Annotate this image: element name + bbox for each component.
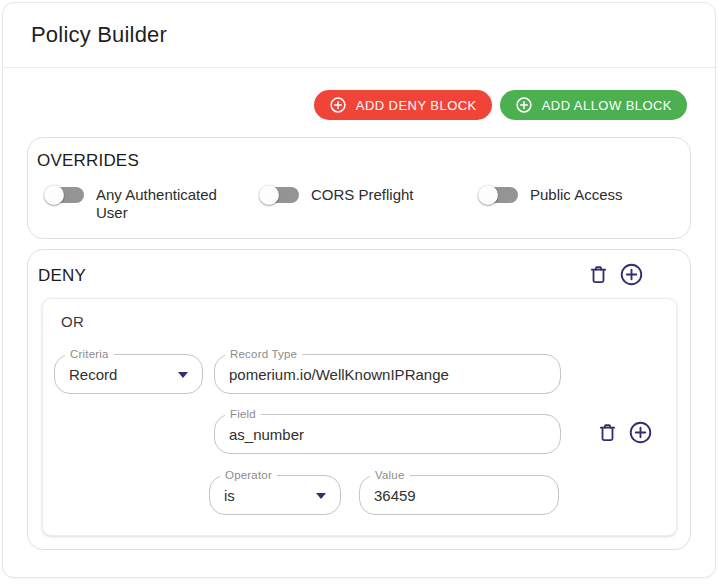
field-field-label: Field xyxy=(225,408,261,421)
group-operator-label: OR xyxy=(61,313,676,330)
operator-select[interactable]: Operator is xyxy=(209,475,341,515)
value-field: Value xyxy=(359,475,559,515)
field-input[interactable] xyxy=(215,426,560,443)
rule-row-field: Field xyxy=(214,414,653,454)
add-circle-icon xyxy=(515,96,533,114)
cors-preflight-switch[interactable] xyxy=(259,184,299,206)
trash-icon xyxy=(596,420,619,448)
record-type-input[interactable] xyxy=(215,366,560,383)
rule-row-criteria: Criteria Record Record Type xyxy=(54,354,676,394)
chevron-down-icon xyxy=(178,372,188,378)
toggle-cors-preflight: CORS Preflight xyxy=(259,184,478,206)
overrides-title: OVERRIDES xyxy=(37,151,674,171)
operator-field-label: Operator xyxy=(220,469,277,482)
toggle-any-authenticated-user: Any Authenticated User xyxy=(44,184,259,222)
add-circle-icon xyxy=(628,420,653,448)
record-type-field: Record Type xyxy=(214,354,561,394)
record-type-field-label: Record Type xyxy=(225,348,302,361)
value-field-label: Value xyxy=(370,469,410,482)
add-deny-block-button[interactable]: ADD DENY BLOCK xyxy=(314,90,492,120)
rule-actions xyxy=(596,420,653,448)
deny-block-header: DENY xyxy=(38,262,677,290)
any-authenticated-user-switch[interactable] xyxy=(44,184,84,206)
add-rule-button[interactable] xyxy=(628,420,653,448)
switch-thumb xyxy=(478,185,498,205)
criteria-select[interactable]: Criteria Record xyxy=(54,354,203,394)
page-title: Policy Builder xyxy=(31,22,167,48)
deny-block-section: DENY xyxy=(27,249,691,550)
add-deny-block-label: ADD DENY BLOCK xyxy=(356,98,477,113)
value-input[interactable] xyxy=(360,487,558,504)
toggle-label: CORS Preflight xyxy=(311,184,414,204)
add-rule-group-button[interactable] xyxy=(619,262,644,290)
add-circle-icon xyxy=(619,262,644,290)
policy-builder-panel: Policy Builder ADD DENY BLOCK ADD ALLOW … xyxy=(2,2,716,578)
rule-group-card: OR Criteria Record Record Type Field xyxy=(42,298,677,536)
overrides-toggles-row: Any Authenticated User CORS Preflight Pu… xyxy=(37,184,674,222)
toggle-label: Public Access xyxy=(530,184,623,204)
trash-icon xyxy=(587,262,610,290)
add-allow-block-button[interactable]: ADD ALLOW BLOCK xyxy=(500,90,687,120)
overrides-section: OVERRIDES Any Authenticated User CORS Pr… xyxy=(27,137,691,239)
toggle-label: Any Authenticated User xyxy=(96,184,236,222)
switch-thumb xyxy=(44,185,64,205)
delete-rule-button[interactable] xyxy=(596,420,619,448)
toggle-public-access: Public Access xyxy=(478,184,623,206)
deny-block-actions xyxy=(587,262,644,290)
chevron-down-icon xyxy=(316,493,326,499)
public-access-switch[interactable] xyxy=(478,184,518,206)
delete-deny-block-button[interactable] xyxy=(587,262,610,290)
block-actions-row: ADD DENY BLOCK ADD ALLOW BLOCK xyxy=(27,90,691,120)
switch-thumb xyxy=(259,185,279,205)
add-circle-icon xyxy=(329,96,347,114)
rule-row-operator-value: Operator is Value xyxy=(209,475,676,515)
add-allow-block-label: ADD ALLOW BLOCK xyxy=(542,98,672,113)
field-field: Field xyxy=(214,414,561,454)
panel-content: ADD DENY BLOCK ADD ALLOW BLOCK OVERRIDES xyxy=(3,90,715,570)
panel-header: Policy Builder xyxy=(3,3,715,68)
deny-block-title: DENY xyxy=(38,266,587,286)
criteria-field-label: Criteria xyxy=(65,348,114,361)
